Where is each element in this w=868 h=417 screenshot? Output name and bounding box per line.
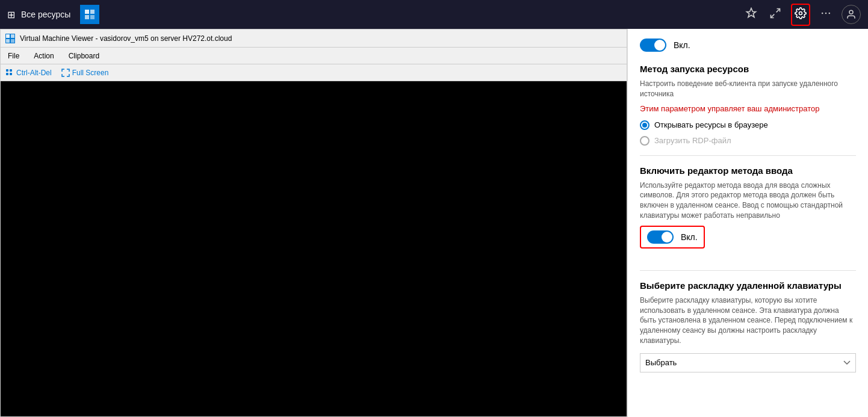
- ime-toggle-label: Вкл.: [681, 232, 698, 242]
- vm-menu-bar: File Action Clipboard: [1, 48, 627, 64]
- svg-rect-16: [11, 39, 14, 43]
- settings-content: Вкл. Метод запуска ресурсов Настроить по…: [628, 29, 868, 382]
- radio-browser-circle: [640, 120, 649, 130]
- svg-rect-18: [10, 69, 12, 72]
- svg-rect-20: [10, 73, 12, 75]
- svg-rect-13: [6, 34, 10, 38]
- resource-launch-desc: Настроить поведение веб-клиента при запу…: [640, 79, 856, 99]
- avatar-btn[interactable]: [842, 5, 861, 24]
- svg-rect-17: [6, 69, 8, 72]
- radio-browser[interactable]: Открывать ресурсы в браузере: [640, 120, 856, 130]
- svg-rect-2: [90, 10, 95, 14]
- svg-rect-19: [6, 73, 8, 75]
- nav-title: Все ресурсы: [21, 10, 70, 19]
- svg-point-8: [822, 12, 823, 14]
- admin-note: Этим параметром управляет ваш администра…: [640, 104, 856, 113]
- ime-title: Включить редактор метода ввода: [640, 165, 856, 176]
- svg-point-9: [825, 12, 827, 14]
- top-nav-actions: [743, 4, 861, 26]
- svg-line-6: [771, 14, 775, 17]
- menu-clipboard[interactable]: Clipboard: [66, 51, 102, 61]
- vm-title-icon: [5, 34, 15, 43]
- vm-title-text: Virtual Machine Viewer - vasidorov_vm5 o…: [20, 34, 232, 43]
- divider-2: [640, 270, 856, 271]
- menu-file[interactable]: File: [5, 51, 22, 61]
- vm-toolbar: Ctrl-Alt-Del Full Screen: [1, 64, 627, 81]
- keyboard-select[interactable]: Выбрать: [640, 353, 856, 372]
- ime-toggle-knob: [662, 232, 672, 242]
- radio-rdp-label: Загрузить RDP-файл: [654, 136, 731, 145]
- ime-toggle-row: Вкл.: [640, 226, 705, 249]
- svg-rect-14: [11, 34, 14, 38]
- top-toggle-switch[interactable]: [640, 39, 666, 52]
- svg-point-10: [829, 12, 831, 14]
- svg-rect-3: [85, 15, 89, 19]
- main-area: Virtual Machine Viewer - vasidorov_vm5 o…: [0, 29, 868, 417]
- vm-viewer-panel: Virtual Machine Viewer - vasidorov_vm5 o…: [0, 29, 627, 417]
- top-nav-bar: ⊞ Все ресурсы: [0, 0, 868, 29]
- pin-icon-btn[interactable]: [743, 5, 760, 25]
- ime-desc: Используйте редактор метода ввода для вв…: [640, 181, 856, 221]
- resource-launch-title: Метод запуска ресурсов: [640, 64, 856, 74]
- resize-icon-btn[interactable]: [767, 5, 784, 25]
- full-screen-btn[interactable]: Full Screen: [61, 69, 109, 77]
- top-toggle-label: Вкл.: [674, 40, 690, 50]
- top-toggle-row: Вкл.: [640, 39, 856, 52]
- keyboard-title: Выберите раскладку удаленной клавиатуры: [640, 280, 856, 291]
- radio-rdp-circle: [640, 136, 649, 146]
- app-icon: [80, 5, 99, 24]
- grid-icon[interactable]: ⊞: [7, 9, 15, 20]
- keyboard-section: Выберите раскладку удаленной клавиатуры …: [640, 280, 856, 372]
- vm-title-bar: Virtual Machine Viewer - vasidorov_vm5 o…: [1, 29, 627, 48]
- menu-action[interactable]: Action: [31, 51, 56, 61]
- svg-point-11: [849, 10, 853, 14]
- top-toggle-knob: [654, 40, 665, 51]
- vm-screen: [1, 81, 627, 416]
- ctrl-alt-del-btn[interactable]: Ctrl-Alt-Del: [5, 69, 52, 77]
- ime-toggle-switch[interactable]: [647, 230, 674, 244]
- more-icon-btn[interactable]: [817, 5, 834, 25]
- settings-panel: Вкл. Метод запуска ресурсов Настроить по…: [627, 29, 868, 417]
- divider-1: [640, 155, 856, 156]
- radio-browser-label: Открывать ресурсы в браузере: [654, 120, 768, 129]
- settings-icon-btn[interactable]: [791, 4, 810, 26]
- radio-rdp: Загрузить RDP-файл: [640, 136, 856, 146]
- svg-rect-1: [85, 10, 89, 14]
- svg-point-7: [799, 11, 802, 14]
- svg-rect-4: [90, 15, 95, 19]
- keyboard-desc: Выберите раскладку клавиатуры, которую в…: [640, 295, 856, 346]
- svg-rect-15: [6, 39, 10, 43]
- svg-line-5: [777, 8, 780, 12]
